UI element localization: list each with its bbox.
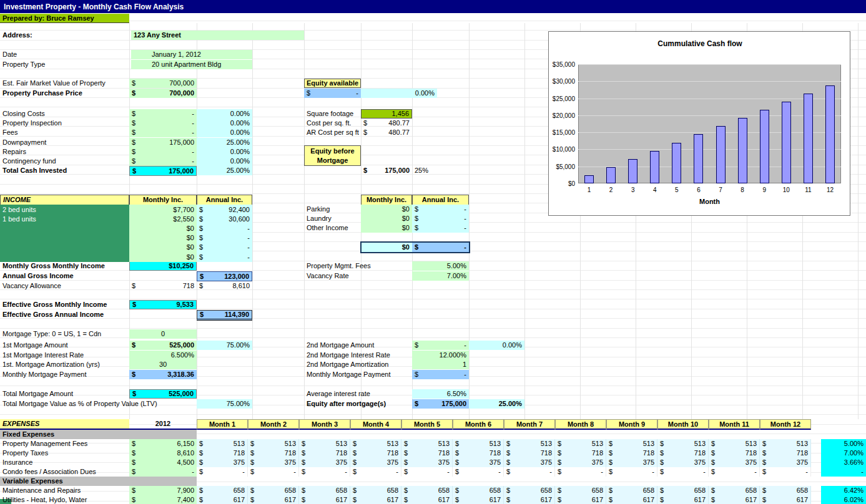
currency-symbol: $ — [404, 440, 408, 447]
cost-value[interactable]: $- — [129, 147, 197, 157]
expense-month-value: $375 — [248, 458, 299, 467]
amount: 525,000 — [169, 390, 194, 397]
purchase-price-value[interactable]: $700,000 — [129, 89, 197, 98]
address-value[interactable]: 123 Any Street — [131, 31, 304, 40]
expense-month-value: $- — [197, 467, 248, 477]
currency-symbol: $ — [132, 158, 135, 165]
currency-symbol: $ — [711, 440, 715, 447]
income-unit-monthly[interactable]: $7,700 — [129, 205, 197, 215]
variable-expenses-header: Variable Expenses — [0, 477, 197, 486]
income-unit-name[interactable]: 2 bed units — [0, 205, 129, 215]
date-value[interactable]: January 1, 2012 — [131, 50, 252, 59]
cost-value[interactable]: $- — [129, 109, 197, 119]
avg-interest-label: Average interest rate — [304, 389, 410, 399]
amount: - — [464, 215, 466, 222]
currency-symbol: $ — [200, 311, 204, 318]
mgmt-fees-value[interactable]: 5.00% — [412, 261, 469, 271]
amount: 92,400 — [229, 206, 250, 213]
cost-value[interactable]: $- — [129, 157, 197, 166]
other-income-monthly[interactable]: $0 — [361, 205, 412, 214]
cumulative-cash-flow-chart[interactable]: Cummulative Cash flow Month $0$5,000$10,… — [548, 31, 850, 216]
income-unit-monthly[interactable]: $0 — [129, 223, 197, 233]
currency-symbol: $ — [250, 459, 254, 466]
expense-annual[interactable]: $6,150 — [129, 439, 197, 448]
expense-month-value: $617 — [760, 495, 811, 504]
amount: 375 — [387, 459, 398, 466]
other-income-monthly[interactable]: $0 — [361, 223, 412, 233]
total-cash-invested-label: Total Cash Invested — [0, 166, 129, 175]
cost-value[interactable]: $- — [129, 119, 197, 128]
income-unit-monthly[interactable]: $2,550 — [129, 214, 197, 224]
expense-month-value: $718 — [504, 448, 555, 458]
mortgage2-amount-value[interactable]: $- — [412, 341, 469, 350]
other-income-monthly[interactable]: $0 — [361, 214, 412, 223]
mortgage2-rate-value[interactable]: 12.000% — [412, 351, 469, 360]
currency-symbol: $ — [199, 497, 203, 503]
currency-symbol: $ — [302, 450, 305, 457]
vacancy-rate-value[interactable]: 7.00% — [412, 271, 469, 281]
amount: 658 — [490, 487, 501, 494]
gross-annual-value: $123,000 — [197, 271, 252, 281]
vacancy-annual-value: $8,610 — [197, 281, 252, 291]
income-unit-monthly[interactable]: $0 — [129, 243, 197, 253]
mortgage1-amount-value[interactable]: $525,000 — [129, 341, 197, 350]
expense-annual[interactable]: $4,500 — [129, 458, 197, 467]
cost-value[interactable]: $- — [129, 128, 197, 137]
currency-symbol: $ — [353, 440, 357, 447]
currency-symbol: $ — [199, 216, 203, 223]
cost-pct: 0.00% — [197, 157, 252, 166]
fmv-value[interactable]: $700,000 — [129, 79, 197, 88]
income-unit-annual: $30,600 — [197, 214, 252, 224]
expense-pct: 3.66% — [821, 458, 866, 467]
amount: 658 — [541, 487, 552, 494]
expense-month-value: $718 — [657, 448, 709, 458]
property-type-value[interactable]: 20 unit Apartment Bldg — [131, 60, 252, 69]
amount: 658 — [592, 487, 603, 494]
amount: - — [192, 120, 194, 127]
amount: 700,000 — [169, 90, 194, 97]
currency-symbol: $ — [609, 440, 613, 447]
expense-annual[interactable]: $7,900 — [129, 486, 197, 495]
amount: 513 — [694, 440, 706, 447]
currency-symbol: $ — [353, 497, 357, 503]
income-unit-monthly[interactable]: $0 — [129, 252, 197, 262]
currency-symbol: $ — [609, 450, 613, 457]
amount: 375 — [285, 459, 296, 466]
month-header: Month 11 — [709, 419, 760, 430]
sqft-value[interactable]: 1,456 — [361, 109, 412, 119]
currency-symbol: $ — [711, 497, 715, 503]
currency-symbol: $ — [250, 450, 254, 457]
expense-month-value: $658 — [709, 486, 760, 495]
income-unit-name[interactable] — [0, 243, 129, 253]
x-axis-label: 5 — [666, 187, 687, 193]
expense-annual[interactable]: $7,400 — [129, 495, 197, 504]
currency-symbol: $ — [363, 120, 367, 127]
other-income-label: Parking — [304, 205, 361, 214]
expense-month-value: $718 — [453, 448, 504, 458]
mortgage2-rate-label: 2nd Mortgage Interest Rate — [304, 351, 410, 360]
income-unit-monthly[interactable]: $0 — [129, 233, 197, 243]
income-unit-name[interactable] — [0, 252, 129, 262]
amount: 513 — [336, 440, 347, 447]
cost-label: Contingency fund — [0, 157, 129, 166]
other-income-annual: $- — [412, 214, 469, 223]
cost-label: Repairs — [0, 147, 129, 157]
income-unit-name[interactable] — [0, 223, 129, 233]
cost-label: Downpayment — [0, 138, 129, 147]
mortgage2-amort-value[interactable]: 1 — [412, 360, 469, 369]
income-unit-name[interactable]: 1 bed units — [0, 214, 129, 224]
expense-annual[interactable]: $8,610 — [129, 448, 197, 458]
y-axis-label: $30,000 — [549, 78, 575, 85]
sqft-label: Square footage — [304, 109, 361, 119]
mortgage-type-value[interactable]: 0 — [129, 329, 197, 339]
mortgage1-rate-value[interactable]: 6.500% — [129, 351, 197, 360]
amount: 4,500 — [177, 459, 194, 466]
mortgage1-amort-value[interactable]: 30 — [129, 360, 197, 369]
fixed-expenses-header: Fixed Expenses — [0, 430, 197, 439]
income-unit-name[interactable] — [0, 233, 129, 243]
expense-annual[interactable]: $- — [129, 467, 197, 477]
fmv-label: Est. Fair Market Value of Property — [0, 79, 129, 88]
cost-value[interactable]: $175,000 — [129, 138, 197, 147]
chart-gridline — [578, 132, 841, 133]
expense-month-value: $- — [504, 467, 555, 477]
